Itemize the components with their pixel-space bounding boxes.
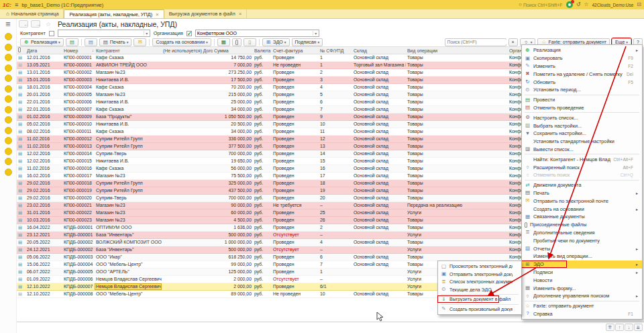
section-icon[interactable] [5, 44, 12, 51]
menu-item-отменить-проведение[interactable]: ▤Отменить проведение [522, 104, 642, 112]
menu-item-провести[interactable]: ▤Провести [522, 96, 642, 104]
section-icon[interactable] [5, 169, 12, 176]
list-search[interactable] [445, 38, 506, 46]
menu-item-печать[interactable]: ▤Печать▸ [522, 189, 642, 197]
section-icon[interactable] [5, 116, 12, 124]
создать-на-основании-button[interactable]: Создать на основании▾ [152, 38, 211, 46]
menu-item-новости[interactable]: Новости [522, 276, 642, 284]
counterparty-input[interactable] [58, 30, 144, 36]
section-icon[interactable] [5, 106, 12, 113]
history-icon[interactable]: ↺ [576, 1, 581, 8]
section-icon[interactable] [5, 137, 12, 144]
go-bottom-button[interactable]: ⇊ [634, 324, 643, 331]
menu-item-просмотреть-электронный-докуме[interactable]: ▢Просмотреть электронный документ [438, 263, 521, 271]
эдо-button[interactable]: ⊞ЭДО▾ [262, 38, 290, 46]
menu-item-настроить-список-[interactable]: ⚙Настроить список... [522, 113, 642, 122]
menu-item-расширенный-поиск[interactable]: ○Расширенный поискAlt+F [522, 163, 642, 171]
clear-search-button[interactable]: × [508, 38, 518, 46]
post-icon-button[interactable]: ▤ [66, 38, 78, 46]
menu-item-подписи[interactable]: Подписи▸ [522, 269, 642, 277]
section-icon[interactable] [5, 33, 12, 40]
menu-item-выгрузить-документ-в-файл[interactable]: ⇓Выгрузить документ в файл [438, 295, 521, 303]
display-icon[interactable]: ⊡ [637, 1, 641, 8]
section-icon[interactable] [5, 148, 12, 155]
invoice-icon-button[interactable]: ▤ [85, 38, 97, 46]
section-icon[interactable] [5, 54, 12, 61]
organization-combo[interactable]: ▾ [195, 30, 319, 37]
favorites-icon[interactable]: ☆ [584, 1, 588, 8]
section-icon[interactable] [5, 95, 12, 103]
section-icon[interactable] [5, 64, 12, 72]
menu-item-справка[interactable]: ?СправкаF1 [522, 310, 642, 318]
реализация-button[interactable]: ⊕Реализация▾ [20, 38, 64, 46]
chevron-down-icon[interactable]: ▾ [144, 31, 150, 36]
close-icon[interactable]: × [156, 11, 159, 17]
section-icon[interactable] [5, 75, 12, 82]
chevron-down-icon[interactable]: ▾ [313, 31, 319, 36]
page-down-button[interactable]: ↓ [625, 324, 633, 331]
menu-item-изменить-форму-[interactable]: ▦Изменить форму... [522, 284, 642, 292]
menu-item-присоединенные-файлы[interactable]: Присоединенные файлы [522, 221, 642, 229]
close-icon[interactable]: × [239, 11, 242, 17]
column-header-Контрагент[interactable]: Контрагент [95, 47, 162, 54]
menu-item-пробитые-чеки-по-документу[interactable]: Пробитые чеки по документу [522, 236, 642, 244]
column-header-attach[interactable] [17, 47, 25, 54]
notifications-icon[interactable] [566, 1, 573, 8]
menu-item-установить-период-[interactable]: ⊙Установить период... [522, 86, 642, 94]
column-header-(Не используется) Договор[interactable]: (Не используется) Договор [162, 47, 213, 54]
menu-item-создать-на-основании[interactable]: Создать на основании▸ [522, 205, 642, 213]
menu-item-faxte-отправить-документ[interactable]: ☆Faxte: отправить документ [522, 302, 642, 310]
menu-item-отменить-поиск[interactable]: ○Отменить поискCtrl+Q [522, 171, 642, 179]
menu-item-скопировать[interactable]: ▣СкопироватьF9 [522, 54, 642, 62]
column-header-Номер[interactable]: Номер↓ [62, 47, 95, 54]
back-button[interactable]: ← [19, 20, 28, 28]
печать-button[interactable]: ▤Печать▾ [99, 38, 132, 46]
menu-item-установить-стандартные-настрой[interactable]: Установить стандартные настройки [522, 138, 642, 146]
file-icon-button[interactable]: ▯ [244, 38, 256, 46]
section-icon[interactable] [5, 127, 12, 134]
page-up-button[interactable]: ↑ [615, 324, 624, 331]
email-icon-button[interactable]: ✉ [133, 38, 146, 46]
tab-2[interactable]: Выгрузка документов в файл× [164, 9, 248, 18]
forward-button[interactable]: → [31, 20, 40, 28]
menu-item-связанные-документы[interactable]: ▦Связанные документы [522, 213, 642, 221]
excel-icon-button[interactable]: ▦ [217, 38, 230, 46]
attach-icon-button[interactable] [232, 38, 241, 46]
organization-input[interactable] [196, 30, 313, 36]
panel-menu-icon[interactable]: ≣ [0, 19, 16, 30]
column-header-Валюта[interactable]: Валюта [253, 47, 272, 54]
column-header-Сумма[interactable]: Сумма [213, 47, 253, 54]
menu-item-дополнительные-сведения[interactable]: ≣Дополнительные сведения [522, 229, 642, 237]
menu-item-выбрать-настройки-[interactable]: ▥Выбрать настройки... [522, 122, 642, 130]
menu-item-пометить-на-удаление-снять-пом[interactable]: ✖Пометить на удаление / Снять пометкуDel [522, 70, 642, 78]
global-search[interactable]: ○ Поиск Ctrl+Shift+F [519, 1, 563, 8]
column-header-Счет-фактура[interactable]: Счет-фактура [272, 47, 319, 54]
favorite-star-icon[interactable]: ☆ [46, 21, 51, 28]
column-header-Склад[interactable]: Склад [352, 47, 406, 54]
menu-item-отправить-электронный-документ[interactable]: ▣Отправить электронный документ [438, 271, 521, 279]
menu-item-отчеты[interactable]: ▥Отчеты▸ [522, 244, 642, 252]
menu-item-список-электронных-документов[interactable]: ≣Список электронных документов [438, 278, 521, 286]
column-header-Вид операции[interactable]: Вид операции [406, 47, 508, 54]
column-header-Дата[interactable]: Дата [25, 47, 62, 54]
menu-item-вывести-список-[interactable]: ▨Вывести список... [522, 146, 642, 154]
menu-item-изменить[interactable]: ✎ИзменитьF2 [522, 62, 642, 70]
menu-item-сохранить-настройки-[interactable]: ▼Сохранить настройки... [522, 130, 642, 138]
main-menu-icon[interactable]: ≡ [15, 1, 18, 8]
go-top-button[interactable]: ⇈ [606, 324, 614, 331]
current-user[interactable]: 42Clouds_Demo:Use [592, 3, 634, 7]
list-search-input[interactable] [445, 40, 509, 44]
menu-item-отправить-по-электронной-почте[interactable]: ✉Отправить по электронной почте [522, 197, 642, 205]
подписан-button[interactable]: Подписан▾ [292, 38, 323, 46]
menu-item-изменить-вид-операции-[interactable]: Изменить вид операции... [522, 252, 642, 260]
counterparty-combo[interactable]: ▾ [58, 30, 150, 37]
tab-1[interactable]: Реализация (акты, накладные, УПД)× [64, 9, 164, 18]
section-icon[interactable] [5, 85, 12, 93]
organization-checkbox[interactable] [186, 31, 192, 36]
menu-item-реализация[interactable]: ⊕Реализация▸ [522, 46, 642, 54]
tab-home[interactable]: ⌂Начальная страница [1, 9, 64, 18]
section-icon[interactable] [5, 158, 12, 165]
menu-item-дополнение-управления-поиском[interactable]: ○Дополнение управления поиском▸ [522, 292, 642, 300]
menu-item-найти-контрагент-немцов-владис[interactable]: Найти: Контрагент - Немцов Владислав Сер… [522, 155, 642, 163]
column-header-№ СФ/УПД[interactable]: № СФ/УПД [319, 47, 352, 54]
